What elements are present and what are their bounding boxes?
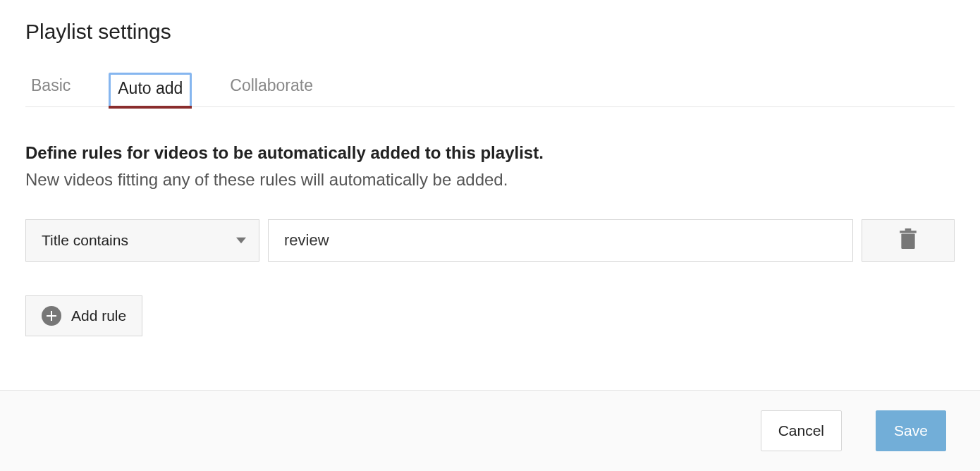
rule-condition-label: Title contains [42, 232, 128, 249]
playlist-settings-dialog: Playlist settings Basic Auto add Collabo… [0, 0, 980, 471]
cancel-label: Cancel [778, 422, 824, 439]
add-rule-button[interactable]: Add rule [25, 295, 142, 336]
svg-rect-0 [901, 234, 914, 249]
caret-down-icon [236, 236, 246, 245]
plus-circle-icon [42, 306, 61, 326]
delete-rule-button[interactable] [862, 219, 955, 262]
dialog-header: Playlist settings Basic Auto add Collabo… [0, 0, 980, 107]
tab-label: Basic [31, 76, 71, 94]
cancel-button[interactable]: Cancel [761, 410, 842, 451]
rule-row: Title contains [25, 219, 955, 262]
add-rule-label: Add rule [71, 307, 126, 324]
rule-condition-select[interactable]: Title contains [25, 219, 259, 262]
save-label: Save [894, 422, 928, 439]
page-title: Playlist settings [25, 20, 955, 44]
dialog-body: Define rules for videos to be automatica… [0, 107, 980, 390]
tab-label: Collaborate [230, 76, 313, 94]
dialog-footer: Cancel Save [0, 390, 980, 471]
svg-rect-1 [900, 231, 917, 233]
tabs: Basic Auto add Collaborate [25, 49, 955, 107]
tab-basic[interactable]: Basic [27, 69, 75, 106]
trash-icon [899, 228, 917, 252]
tab-label: Auto add [118, 79, 183, 97]
description-sub: New videos fitting any of these rules wi… [25, 168, 955, 192]
svg-rect-2 [905, 228, 912, 231]
tab-auto-add[interactable]: Auto add [109, 73, 192, 109]
description-heading: Define rules for videos to be automatica… [25, 141, 955, 165]
rule-value-input[interactable] [268, 219, 853, 262]
tab-collaborate[interactable]: Collaborate [226, 69, 317, 106]
save-button[interactable]: Save [876, 410, 946, 451]
